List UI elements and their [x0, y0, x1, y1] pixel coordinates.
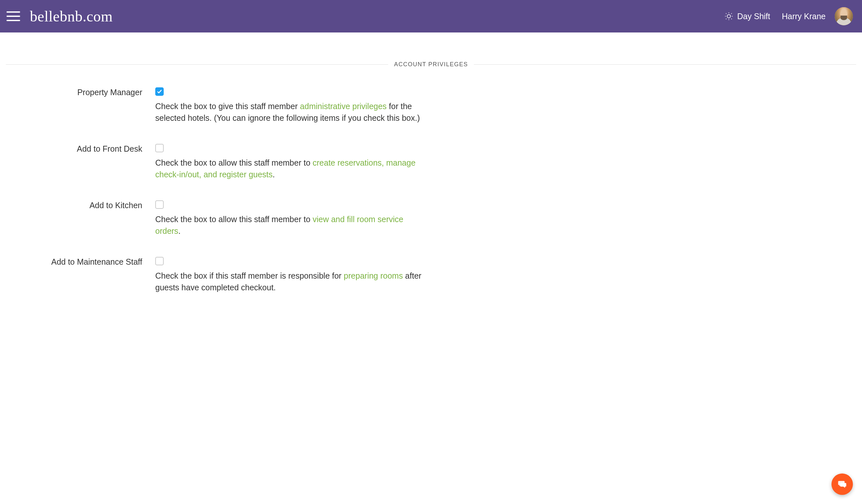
privilege-description: Check the box to allow this staff member… [155, 213, 425, 237]
privilege-row-kitchen: Add to Kitchen Check the box to allow th… [6, 200, 856, 237]
app-header: bellebnb.com Day Shift Harry Krane [0, 0, 862, 32]
svg-line-3 [726, 13, 727, 14]
privilege-description: Check the box if this staff member is re… [155, 270, 425, 293]
svg-point-0 [727, 15, 731, 18]
main-content: ACCOUNT PRIVILEGES Property Manager Chec… [0, 61, 862, 293]
maintenance-checkbox[interactable] [155, 257, 164, 265]
section-divider: ACCOUNT PRIVILEGES [6, 61, 856, 68]
privilege-label: Add to Maintenance Staff [6, 257, 155, 267]
privilege-row-property-manager: Property Manager Check the box to give t… [6, 87, 856, 124]
privilege-description: Check the box to allow this staff member… [155, 157, 425, 180]
current-user-name[interactable]: Harry Krane [782, 12, 826, 21]
front-desk-checkbox[interactable] [155, 144, 164, 152]
sun-icon [724, 12, 733, 21]
maintenance-link[interactable]: preparing rooms [344, 271, 403, 280]
svg-line-8 [731, 13, 732, 14]
property-manager-checkbox[interactable] [155, 87, 164, 96]
privilege-label: Add to Front Desk [6, 144, 155, 154]
privilege-description: Check the box to give this staff member … [155, 100, 425, 124]
privilege-label: Add to Kitchen [6, 200, 155, 210]
privilege-row-front-desk: Add to Front Desk Check the box to allow… [6, 144, 856, 180]
svg-line-4 [731, 18, 732, 19]
site-logo[interactable]: bellebnb.com [30, 8, 113, 25]
kitchen-checkbox[interactable] [155, 200, 164, 209]
privilege-row-maintenance: Add to Maintenance Staff Check the box i… [6, 257, 856, 293]
admin-privileges-link[interactable]: administrative privileges [300, 102, 387, 111]
avatar[interactable] [835, 7, 853, 25]
privilege-label: Property Manager [6, 87, 155, 97]
section-title: ACCOUNT PRIVILEGES [388, 61, 474, 68]
shift-label[interactable]: Day Shift [737, 12, 770, 21]
svg-line-7 [726, 18, 727, 19]
hamburger-menu-icon[interactable] [6, 11, 20, 21]
